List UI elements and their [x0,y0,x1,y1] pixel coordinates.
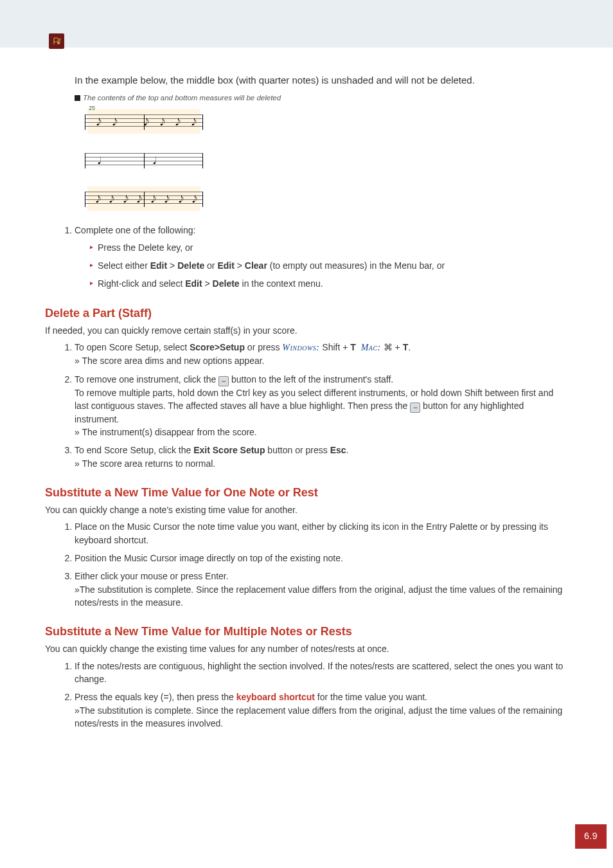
t: . [408,342,411,352]
sm-step-2: Press the equals key (=), then press the… [75,691,568,730]
heading-sub-one: Substitute a New Time Value for One Note… [45,484,568,501]
measure-top: 25 𝅘𝅥𝅮𝅘𝅥𝅮𝅘𝅥𝅮𝅘𝅥𝅮𝅘𝅥𝅮𝅘𝅥𝅮 [80,107,208,136]
dp-step-1: To open Score Setup, select Score>Setup … [75,341,568,368]
figure-caption-text: The contents of the top and bottom measu… [83,93,281,104]
sub-b: Select either Edit > Delete or Edit > Cl… [89,259,568,272]
example-sublist: Press the Delete key, or Select either E… [75,241,568,291]
so-step-2: Position the Music Cursor image directly… [75,552,568,565]
figure-caption: The contents of the top and bottom measu… [75,93,568,104]
page-body: In the example below, the middle box (wi… [0,48,613,868]
so-step-3: Either click your mouse or press Enter. … [75,570,568,609]
t: T [350,342,356,352]
t: Shift + [319,342,350,352]
delete-part-steps: To open Score Setup, select Score>Setup … [59,341,568,470]
page-number: 6.9 [575,824,607,849]
t: for the time value you want. [315,692,427,702]
result: » The score area dims and new options ap… [75,356,264,366]
t: To open Score Setup, select [75,342,190,352]
sm-step-1: If the notes/rests are contiguous, highl… [75,660,568,686]
measure-bottom: 𝅘𝅥𝅮𝅘𝅥𝅮𝅘𝅥𝅮𝅘𝅥𝅮𝅘𝅥𝅮𝅘𝅥𝅮𝅘𝅥𝅮𝅘𝅥𝅮 [80,184,208,213]
sub-one-steps: Place on the Music Cursor the note time … [59,520,568,609]
os-windows: Windows: [282,343,319,352]
heading-sub-multi: Substitute a New Time Value for Multiple… [45,623,568,640]
sub-c: Right-click and select Edit > Delete in … [89,277,568,290]
svg-rect-0 [51,35,62,47]
sub-one-intro: You can quickly change a note's existing… [45,503,568,516]
result: » The instrument(s) disappear from the s… [75,427,257,437]
keyboard-shortcut-link[interactable]: keyboard shortcut [236,692,315,702]
so-step-1: Place on the Music Cursor the note time … [75,520,568,547]
caption-bullet-icon [75,95,80,101]
t: (to empty out measures) in the Menu bar,… [267,260,445,271]
remove-staff-icon: − [410,402,420,413]
t: Esc [330,445,346,455]
measure-middle: 𝅘𝅥𝅘𝅥 [80,145,208,175]
sub-multi-intro: You can quickly change the existing time… [45,642,568,655]
t: Clear [245,260,267,271]
t: > [235,260,245,271]
t: Right-click and select [98,278,185,289]
remove-staff-icon: − [218,376,229,386]
t: or press [245,342,282,352]
t: Exit Score Setup [193,445,265,455]
t: Score>Setup [190,342,245,352]
result: » The score area returns to normal. [75,458,215,469]
t: button to the left of the instrument's s… [229,374,393,384]
t: > [167,260,177,271]
t: or [204,260,217,271]
dp-step-2: To remove one instrument, click the − bu… [75,373,568,439]
os-mac: Mac: [361,343,381,352]
example-steps: Complete one of the following: Press the… [59,224,568,290]
sub-a: Press the Delete key, or [89,241,568,254]
sub-multi-steps: If the notes/rests are contiguous, highl… [59,660,568,730]
t: Select either [98,260,150,271]
t: Either click your mouse or press Enter. [75,571,229,581]
t: Delete [213,278,240,289]
example-step-1: Complete one of the following: Press the… [75,224,568,290]
t: in the context menu. [240,278,323,289]
t: To remove one instrument, click the [75,374,218,384]
intro-lead: In the example below, the middle box (wi… [75,73,568,87]
t: Press the equals key (=), then press the [75,692,236,702]
score-figure: 25 𝅘𝅥𝅮𝅘𝅥𝅮𝅘𝅥𝅮𝅘𝅥𝅮𝅘𝅥𝅮𝅘𝅥𝅮 𝅘𝅥𝅘𝅥 𝅘𝅥𝅮𝅘𝅥𝅮𝅘𝅥𝅮𝅘𝅥𝅮𝅘… [80,107,208,213]
t: ⌘ + [381,342,403,352]
delete-part-intro: If needed, you can quickly remove certai… [45,324,568,337]
step-text: Complete one of the following: [75,225,195,235]
svg-point-1 [57,42,60,44]
header-band [0,0,613,48]
t: Edit [217,260,234,271]
t: > [202,278,213,289]
t: Delete [177,260,204,271]
dp-step-3: To end Score Setup, click the Exit Score… [75,444,568,470]
t: button or press [265,445,330,455]
result: »The substitution is complete. Since the… [75,705,562,728]
t: To end Score Setup, click the [75,445,193,455]
t: T [403,342,409,352]
result: »The substitution is complete. Since the… [75,584,562,608]
heading-delete-part: Delete a Part (Staff) [45,305,568,321]
t: . [346,445,349,455]
app-logo-icon [49,33,64,49]
t: Edit [185,278,202,289]
t: Edit [150,260,167,271]
